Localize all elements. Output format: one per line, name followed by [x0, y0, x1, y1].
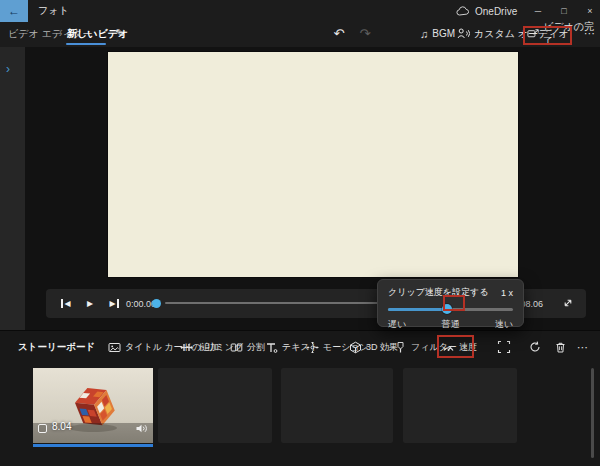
- storyboard-scrollbar[interactable]: [591, 368, 594, 458]
- speed-popup-title: クリップ速度を設定する: [388, 286, 488, 299]
- undo-button[interactable]: ↶: [330, 24, 348, 42]
- more-options-button[interactable]: ⋯: [581, 22, 599, 45]
- split-button[interactable]: 分割: [230, 336, 265, 358]
- 3d-effects-button[interactable]: 3D 効果: [349, 336, 398, 358]
- split-label: 分割: [247, 341, 265, 354]
- rotate-button[interactable]: [524, 336, 546, 358]
- clip-speed-popup: クリップ速度を設定する 1 x 遅い 普通 速い: [377, 279, 524, 327]
- ellipsis-icon: ⋯: [577, 341, 589, 354]
- undo-icon: ↶: [334, 26, 345, 41]
- trash-icon: [554, 341, 567, 354]
- 3d-cube-icon: [349, 341, 362, 354]
- onedrive-label: OneDrive: [475, 6, 517, 17]
- resize-frame-button[interactable]: [493, 336, 515, 358]
- speed-value: 1 x: [501, 288, 513, 298]
- storyboard-more-button[interactable]: ⋯: [572, 336, 594, 358]
- rename-project-button[interactable]: ✎: [111, 24, 129, 42]
- sidebar-expand-chevron-icon[interactable]: ›: [6, 62, 10, 76]
- speed-slider[interactable]: [388, 305, 513, 314]
- clip-selection-indicator: [33, 444, 153, 447]
- close-icon: ×: [587, 6, 592, 16]
- previous-frame-button[interactable]: ◂: [58, 295, 74, 311]
- project-title-underline: [66, 43, 106, 45]
- storyboard-empty-slot: [281, 368, 393, 443]
- filter-icon: [394, 341, 407, 354]
- speed-label-fast: 速い: [495, 318, 513, 331]
- title-card-icon: [108, 341, 121, 354]
- previous-frame-icon: ◂: [64, 296, 70, 310]
- clip-volume-icon[interactable]: [135, 422, 148, 435]
- storyboard-empty-slot: [403, 368, 517, 443]
- video-preview-canvas: [108, 52, 518, 277]
- back-button[interactable]: ←: [0, 0, 28, 22]
- play-icon: ▸: [87, 296, 93, 310]
- rotate-icon: [528, 340, 542, 354]
- left-sidebar: [0, 47, 25, 330]
- speed-gauge-icon: [442, 341, 455, 354]
- frame-bar: [61, 299, 63, 308]
- motion-icon: [306, 341, 319, 354]
- speed-slider-thumb[interactable]: [442, 304, 452, 314]
- storyboard-empty-slot: [158, 368, 272, 443]
- storyboard-title: ストーリーボード: [18, 336, 95, 358]
- clip-select-checkbox[interactable]: [38, 424, 47, 433]
- cloud-icon: [456, 6, 470, 16]
- speed-slider-fill: [388, 308, 447, 311]
- speed-button[interactable]: 速度: [442, 336, 477, 358]
- expand-icon: [562, 297, 574, 309]
- music-note-icon: ♫: [420, 28, 428, 40]
- frame-bar: [117, 299, 119, 308]
- clip-duration-label: 8.04: [52, 421, 71, 432]
- speed-label-slow: 遅い: [388, 318, 406, 331]
- redo-icon: ↷: [360, 26, 371, 41]
- split-icon: [230, 341, 243, 354]
- delete-button[interactable]: [549, 336, 571, 358]
- back-icon: ←: [8, 4, 20, 18]
- speed-label-normal: 普通: [442, 318, 460, 331]
- next-frame-icon: ▸: [109, 296, 115, 310]
- fullscreen-preview-button[interactable]: [560, 295, 576, 311]
- bgm-label: BGM: [432, 28, 455, 39]
- play-button[interactable]: ▸: [82, 295, 98, 311]
- export-video-icon: [527, 27, 539, 40]
- redo-button[interactable]: ↷: [356, 24, 374, 42]
- pencil-icon: ✎: [115, 27, 124, 40]
- seek-slider-thumb[interactable]: [152, 299, 161, 308]
- maximize-icon: □: [561, 6, 566, 16]
- app-title: フォト: [38, 0, 69, 22]
- speed-label: 速度: [459, 341, 477, 354]
- next-frame-button[interactable]: ▸: [106, 295, 122, 311]
- person-audio-icon: [457, 27, 470, 40]
- ellipsis-icon: ⋯: [584, 27, 596, 40]
- minimize-icon: ─: [535, 6, 541, 16]
- breadcrumb-chevron-icon: ›: [59, 22, 62, 45]
- onedrive-status[interactable]: OneDrive: [456, 0, 517, 22]
- trim-icon: [180, 341, 193, 354]
- resize-frame-icon: [497, 340, 511, 354]
- bgm-button[interactable]: ♫ BGM: [420, 22, 455, 45]
- text-icon: [265, 341, 278, 354]
